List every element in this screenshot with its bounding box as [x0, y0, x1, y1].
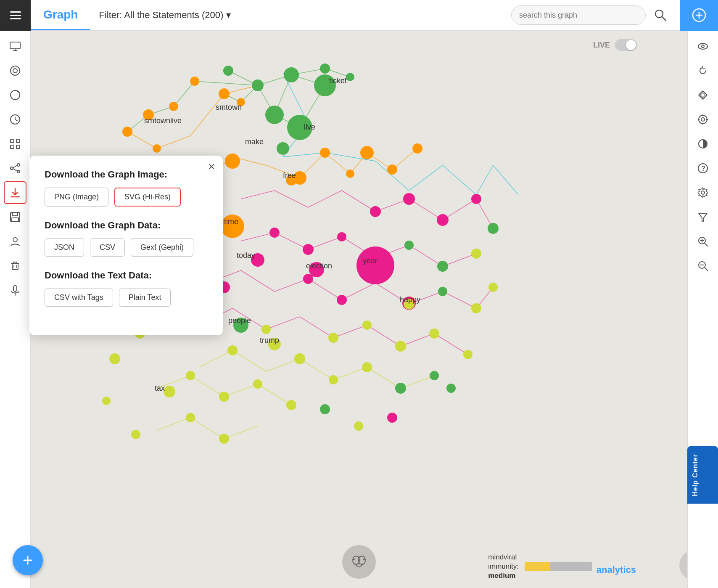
svg-line-92: [241, 233, 275, 241]
svg-line-112: [333, 325, 367, 338]
svg-text:make: make: [245, 138, 264, 146]
help-icon[interactable]: ?: [692, 157, 714, 180]
svg-point-205: [186, 371, 195, 380]
svg-point-177: [269, 228, 280, 238]
svg-line-127: [157, 418, 190, 430]
download-icon[interactable]: [4, 181, 26, 204]
plain-text-download-button[interactable]: Plain Text: [119, 289, 171, 307]
mic-icon[interactable]: [4, 279, 26, 302]
chat-header-button[interactable]: [680, 0, 718, 31]
svg-point-19: [17, 170, 20, 173]
eye-icon[interactable]: [692, 35, 714, 58]
svg-point-209: [186, 413, 195, 422]
settings-icon[interactable]: [692, 181, 714, 204]
svg-line-121: [367, 367, 401, 388]
svg-point-139: [252, 79, 264, 91]
svg-point-38: [699, 115, 707, 124]
svg-point-156: [277, 142, 289, 155]
svg-download-button[interactable]: SVG (Hi-Res): [114, 188, 181, 207]
svg-point-20: [11, 167, 13, 170]
svg-line-97: [409, 245, 443, 266]
filter-arrow: ▾: [226, 10, 231, 20]
gexf-download-button[interactable]: Gexf (Gephi): [131, 238, 193, 257]
svg-point-190: [438, 287, 447, 296]
target-icon[interactable]: [692, 108, 714, 131]
svg-point-187: [303, 274, 313, 284]
svg-text:free: free: [283, 171, 296, 180]
grid-icon[interactable]: [4, 132, 26, 155]
save-icon[interactable]: [4, 206, 26, 228]
svg-point-162: [387, 164, 397, 175]
search-input[interactable]: [511, 5, 646, 25]
filter-icon[interactable]: [692, 206, 714, 228]
png-download-button[interactable]: PNG (Image): [45, 188, 108, 207]
svg-line-128: [190, 418, 224, 439]
circle-icon-2[interactable]: [4, 84, 26, 106]
svg-point-197: [429, 328, 439, 339]
svg-point-18: [17, 164, 20, 166]
modal-close-button[interactable]: ✕: [208, 162, 215, 172]
screen-icon[interactable]: [4, 35, 26, 58]
zoom-in-icon[interactable]: [692, 230, 714, 253]
svg-line-113: [367, 325, 401, 346]
svg-line-117: [232, 350, 266, 371]
svg-point-213: [102, 397, 111, 405]
svg-text:happy: happy: [400, 295, 420, 304]
mindviral-value: medium: [488, 572, 515, 580]
svg-line-102: [308, 279, 342, 300]
search-area: [511, 4, 672, 26]
share-icon[interactable]: [4, 157, 26, 180]
svg-point-168: [471, 194, 481, 204]
clock-icon[interactable]: [4, 108, 26, 131]
svg-line-13: [15, 119, 17, 121]
svg-text:people: people: [228, 316, 251, 325]
svg-marker-48: [699, 213, 707, 221]
svg-point-179: [337, 232, 346, 241]
svg-point-163: [412, 143, 422, 154]
svg-line-106: [443, 291, 476, 308]
svg-text:live: live: [304, 123, 315, 131]
json-download-button[interactable]: JSON: [45, 238, 84, 257]
user-icon[interactable]: [4, 230, 26, 253]
help-center-button[interactable]: Help Center: [687, 446, 718, 504]
svg-line-124: [190, 376, 224, 397]
svg-point-28: [13, 238, 17, 242]
svg-point-9: [13, 69, 17, 73]
right-sidebar: ?: [687, 31, 718, 588]
svg-point-141: [320, 64, 330, 74]
svg-point-216: [354, 421, 363, 431]
refresh-icon[interactable]: [692, 59, 714, 82]
svg-line-132: [283, 153, 325, 157]
svg-point-159: [320, 148, 330, 158]
download-text-title: Download the Text Data:: [45, 270, 208, 281]
svg-text:tax: tax: [155, 384, 165, 392]
svg-point-195: [362, 320, 372, 330]
zoom-out-icon[interactable]: [692, 254, 714, 277]
chat-fab-button[interactable]: [13, 545, 43, 575]
analytics-link[interactable]: analytics: [597, 564, 636, 575]
search-button[interactable]: [649, 4, 672, 26]
svg-point-200: [294, 353, 305, 364]
svg-point-204: [430, 371, 439, 380]
mindviral-bar-fill: [525, 562, 550, 571]
filter-label[interactable]: Filter: All the Statements (200) ▾: [99, 10, 230, 21]
data-buttons-row: JSON CSV Gexf (Gephi): [45, 238, 208, 257]
mindviral-label: mindviral immunity: medium: [488, 553, 519, 580]
svg-point-240: [363, 559, 365, 560]
circle-icon-1[interactable]: [4, 59, 26, 82]
top-bar: Graph Filter: All the Statements (200) ▾: [0, 0, 718, 31]
svg-point-207: [253, 379, 262, 389]
csv-tags-download-button[interactable]: CSV with Tags: [45, 289, 113, 307]
csv-download-button[interactable]: CSV: [90, 238, 125, 257]
svg-point-201: [329, 375, 338, 384]
diamond-icon[interactable]: [692, 84, 714, 106]
svg-line-103: [342, 283, 375, 300]
delete-icon[interactable]: [4, 254, 26, 277]
hamburger-button[interactable]: [0, 0, 31, 31]
svg-line-138: [493, 165, 518, 195]
brain-icon-button[interactable]: [342, 545, 376, 579]
svg-point-39: [701, 118, 705, 121]
contrast-icon[interactable]: [692, 132, 714, 155]
graph-tab[interactable]: Graph: [31, 0, 90, 30]
svg-point-47: [701, 191, 705, 194]
